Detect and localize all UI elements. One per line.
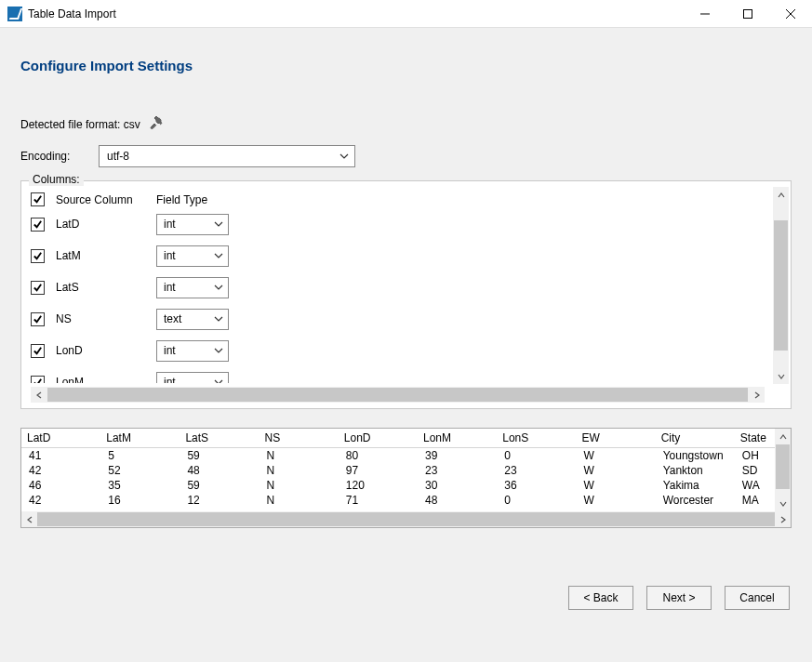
chevron-down-icon [214,348,223,353]
scroll-left-icon[interactable] [21,511,37,527]
preview-column-header[interactable]: LonM [418,429,497,448]
table-cell: 0 [497,493,576,508]
field-type-select[interactable]: int [156,340,229,362]
columns-vscrollbar[interactable] [773,187,789,384]
table-cell: 52 [100,463,180,478]
table-cell: Worcester [656,493,735,508]
encoding-row: Encoding: utf-8 [20,145,792,167]
table-cell: 80 [339,448,418,464]
column-checkbox[interactable] [31,376,45,384]
preview-table: LatDLatMLatSNSLonDLonMLonSEWCityState 41… [21,429,791,508]
field-type-value: text [164,312,181,325]
table-cell: 97 [339,463,418,478]
source-column-name: LatM [56,249,156,262]
scroll-left-icon[interactable] [31,387,47,403]
table-cell: 30 [418,478,497,493]
field-type-select[interactable]: text [156,309,229,330]
preview-column-header[interactable]: LatD [21,429,100,448]
scroll-down-icon[interactable] [775,496,791,511]
table-cell: 23 [418,463,497,478]
table-cell: 46 [21,478,100,493]
encoding-select[interactable]: utf-8 [99,145,355,167]
minimize-button[interactable] [684,0,726,27]
columns-rows-container: LatDintLatMintLatSintNStextLonDintLonMin… [31,208,781,383]
field-type-value: int [164,281,176,294]
table-row[interactable]: 425248N972323WYanktonSD [21,463,791,478]
field-type-select[interactable]: int [156,277,229,298]
table-cell: N [260,478,339,493]
scroll-right-icon[interactable] [749,387,765,403]
column-row: NStext [31,303,781,335]
table-cell: N [260,463,339,478]
table-cell: 48 [180,463,259,478]
detected-format-row: Detected file format: csv [20,116,792,132]
scroll-right-icon[interactable] [775,511,791,527]
table-row[interactable]: 463559N1203036WYakimaWA [21,478,791,493]
wrench-icon[interactable] [150,116,163,132]
scroll-down-icon[interactable] [773,368,789,384]
column-checkbox[interactable] [31,281,45,295]
preview-column-header[interactable]: LatM [100,429,180,448]
table-row[interactable]: 41559N80390WYoungstownOH [21,448,791,464]
columns-hscrollbar[interactable] [31,387,765,403]
column-checkbox[interactable] [31,249,45,263]
scroll-up-icon[interactable] [773,187,789,203]
column-row: LonDint [31,335,781,366]
table-cell: W [576,448,655,464]
field-type-value: int [164,218,176,231]
field-type-value: int [164,376,176,383]
column-checkbox[interactable] [31,218,45,232]
source-column-name: LatD [56,218,156,231]
chevron-down-icon [214,253,223,258]
field-type-header: Field Type [156,193,207,206]
column-row: LatSint [31,271,781,303]
table-cell: Yankton [656,463,735,478]
preview-column-header[interactable]: LatS [180,429,259,448]
close-button[interactable] [769,0,812,27]
vscroll-thumb[interactable] [776,444,790,489]
field-type-select[interactable]: int [156,372,229,384]
cancel-button[interactable]: Cancel [725,586,790,610]
preview-column-header[interactable]: NS [260,429,339,448]
column-checkbox[interactable] [31,344,45,358]
window-title: Table Data Import [28,7,684,20]
source-column-name: LatS [56,281,156,294]
hscroll-thumb[interactable] [47,388,748,402]
preview-column-header[interactable]: City [656,429,735,448]
table-cell: W [576,478,655,493]
encoding-value: utf-8 [107,150,129,163]
app-icon [7,7,22,21]
scroll-up-icon[interactable] [775,429,791,444]
table-cell: N [260,448,339,464]
preview-column-header[interactable]: LonS [497,429,576,448]
table-cell: 12 [180,493,259,508]
source-column-header: Source Column [56,193,156,206]
chevron-down-icon [339,153,349,159]
select-all-checkbox[interactable] [31,192,45,206]
field-type-select[interactable]: int [156,214,229,235]
preview-vscrollbar[interactable] [775,429,791,511]
chevron-down-icon [214,285,223,290]
next-button[interactable]: Next > [646,586,712,610]
vscroll-thumb[interactable] [774,220,788,351]
button-row: < Back Next > Cancel [20,586,792,610]
column-row: LonMint [31,366,781,383]
preview-hscrollbar[interactable] [21,511,791,527]
table-cell: W [576,463,655,478]
field-type-select[interactable]: int [156,245,229,267]
column-row: LatMint [31,240,781,271]
column-checkbox[interactable] [31,312,45,326]
table-cell: 59 [180,448,259,464]
hscroll-thumb[interactable] [37,512,775,526]
svg-rect-1 [744,9,752,18]
back-button[interactable]: < Back [568,586,633,610]
table-cell: Yakima [656,478,735,493]
preview-column-header[interactable]: LonD [339,429,418,448]
table-row[interactable]: 421612N71480WWorcesterMA [21,493,791,508]
page-title: Configure Import Settings [20,58,792,73]
maximize-button[interactable] [726,0,769,27]
table-cell: 0 [497,448,576,464]
content-area: Configure Import Settings Detected file … [0,28,812,625]
preview-column-header[interactable]: EW [576,429,655,448]
columns-fieldset: Columns: Source Column Field Type LatDin… [20,180,792,409]
